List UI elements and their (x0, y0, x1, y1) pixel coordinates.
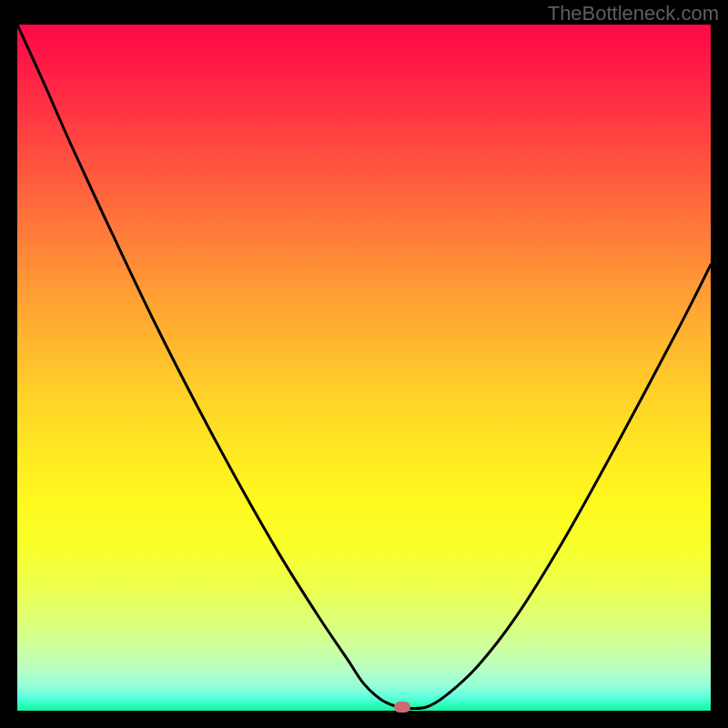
curve-svg (17, 25, 711, 711)
chart-container: TheBottleneck.com (0, 0, 728, 728)
plot-area (17, 25, 711, 711)
watermark-text: TheBottleneck.com (548, 2, 719, 25)
optimal-point-marker (394, 702, 410, 713)
bottleneck-curve-path (17, 25, 711, 709)
